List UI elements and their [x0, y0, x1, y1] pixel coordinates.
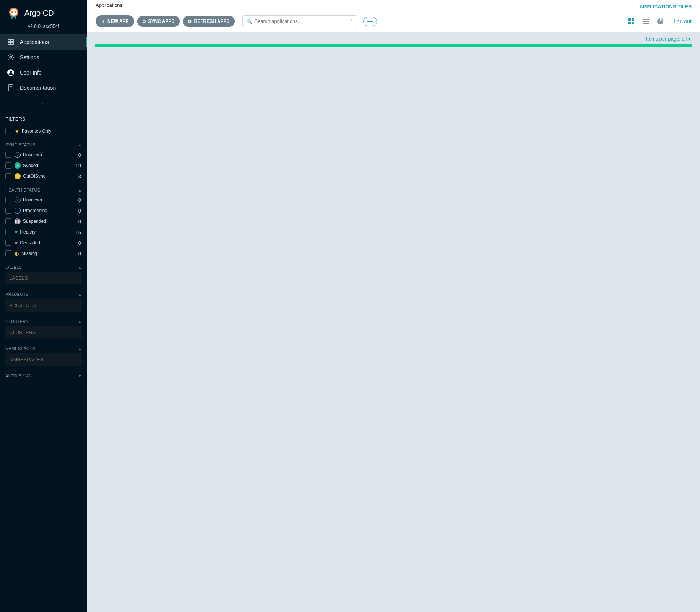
- checkbox[interactable]: [5, 152, 11, 158]
- plus-icon: ＋: [101, 18, 106, 24]
- filter-healthy[interactable]: ♥Healthy 16: [5, 227, 82, 237]
- tiles-view-icon[interactable]: [626, 16, 636, 26]
- filter-synced[interactable]: ✓Synced 13: [5, 160, 82, 171]
- breadcrumb: Applications: [96, 2, 122, 11]
- list-view-icon[interactable]: [641, 16, 651, 26]
- filter-count: 0: [78, 251, 82, 256]
- main-content: Applications APPLICATIONS TILES ＋NEW APP…: [87, 0, 700, 612]
- clusters-input[interactable]: [5, 326, 82, 339]
- nav-item-user-info[interactable]: User Info: [0, 65, 87, 80]
- filter-count: 0: [78, 152, 82, 158]
- version-text: v2.6.0+acc554f: [0, 22, 87, 34]
- svg-rect-23: [643, 23, 649, 24]
- svg-rect-20: [632, 22, 634, 24]
- topbar: Applications APPLICATIONS TILES: [87, 0, 700, 11]
- svg-rect-7: [11, 39, 13, 42]
- labels-input[interactable]: [5, 272, 82, 284]
- search-icon: 🔍: [246, 18, 252, 24]
- filter-unknown[interactable]: ?Unknown 0: [5, 149, 82, 160]
- nav-item-applications[interactable]: Applications: [0, 34, 87, 50]
- svg-rect-21: [643, 19, 649, 20]
- gear-icon: [7, 54, 15, 61]
- refresh-icon: ⟳: [188, 19, 192, 24]
- checkbox[interactable]: [5, 208, 11, 214]
- svg-rect-19: [628, 22, 631, 24]
- projects-input[interactable]: [5, 299, 82, 312]
- checkbox[interactable]: [5, 250, 11, 256]
- logout-link[interactable]: Log out: [674, 18, 692, 24]
- caret-icon[interactable]: ▲: [78, 320, 82, 324]
- star-icon: ★: [15, 128, 19, 134]
- filter-outofsync[interactable]: ↑OutOfSync 3: [5, 171, 82, 182]
- svg-point-10: [10, 56, 12, 58]
- filter-count: 0: [78, 197, 82, 203]
- filter-suspended[interactable]: ❚❚Suspended 0: [5, 216, 82, 227]
- apps-icon: [7, 38, 15, 46]
- filter-degraded[interactable]: ♥Degraded 0: [5, 237, 82, 248]
- autosync-header: AUTO SYNC: [5, 373, 31, 378]
- favorites-checkbox[interactable]: [5, 128, 11, 134]
- filter-toggle[interactable]: [363, 17, 377, 26]
- filters-header: FILTERS: [5, 116, 82, 122]
- pie-view-icon[interactable]: [655, 16, 665, 26]
- filter-count: 16: [76, 229, 82, 235]
- applications-tiles-link[interactable]: APPLICATIONS TILES: [640, 4, 692, 10]
- checkbox[interactable]: [5, 162, 11, 169]
- filter-count: 0: [78, 219, 82, 224]
- filter-count: 3: [78, 174, 82, 179]
- logo-text: Argo CD: [24, 9, 54, 18]
- filter-count: 13: [76, 163, 82, 169]
- sidebar: Argo CD v2.6.0+acc554f ApplicationsSetti…: [0, 0, 87, 612]
- svg-point-3: [15, 11, 16, 13]
- svg-rect-6: [8, 39, 10, 42]
- nav-item-settings[interactable]: Settings: [0, 50, 87, 65]
- svg-rect-22: [643, 21, 649, 22]
- toolbar: ＋NEW APP ⟳SYNC APPS ⟳REFRESH APPS 🔍 / Lo…: [87, 11, 700, 33]
- progress-bar: [95, 44, 692, 47]
- svg-rect-5: [15, 16, 16, 19]
- svg-rect-8: [8, 42, 10, 45]
- namespaces-header: NAMESPACES: [5, 346, 36, 351]
- sync-status-header: SYNC STATUS: [5, 143, 36, 147]
- namespaces-input[interactable]: [5, 353, 82, 366]
- favorites-only-filter[interactable]: ★Favorites Only: [5, 126, 82, 136]
- clusters-header: CLUSTERS: [5, 319, 29, 324]
- labels-header: LABELS: [5, 265, 22, 269]
- checkbox[interactable]: [5, 240, 11, 246]
- filter-missing[interactable]: ◐Missing 0: [5, 248, 82, 259]
- checkbox[interactable]: [5, 218, 11, 224]
- main-nav: ApplicationsSettingsUser InfoDocumentati…: [0, 34, 87, 96]
- svg-rect-17: [628, 18, 631, 21]
- nav-item-documentation[interactable]: Documentation: [0, 80, 87, 96]
- refresh-apps-button[interactable]: ⟳REFRESH APPS: [183, 16, 235, 27]
- health-status-header: HEALTH STATUS: [5, 188, 40, 192]
- collapse-sidebar-button[interactable]: ←: [0, 96, 87, 112]
- checkbox[interactable]: [5, 197, 11, 203]
- caret-icon[interactable]: ▲: [78, 143, 82, 147]
- sync-icon: ⟳: [143, 19, 146, 24]
- svg-point-2: [11, 11, 13, 13]
- items-per-page[interactable]: Items per page: all ▾: [646, 36, 691, 42]
- sync-apps-button[interactable]: ⟳SYNC APPS: [137, 16, 180, 27]
- svg-rect-4: [11, 16, 13, 19]
- checkbox[interactable]: [5, 229, 11, 235]
- svg-point-12: [10, 71, 12, 73]
- filter-unknown[interactable]: ?Unknown 0: [5, 195, 82, 205]
- search-kbd-hint: /: [349, 18, 354, 23]
- search-input[interactable]: [242, 15, 357, 27]
- applications-grid: [87, 51, 700, 62]
- caret-icon[interactable]: ▲: [78, 347, 82, 351]
- checkbox[interactable]: [5, 173, 11, 179]
- doc-icon: [7, 84, 15, 92]
- filter-count: 0: [78, 240, 82, 246]
- svg-point-1: [10, 9, 17, 16]
- argo-logo-icon: [7, 6, 21, 20]
- caret-icon[interactable]: ▲: [78, 292, 82, 297]
- caret-icon[interactable]: ▼: [78, 374, 82, 378]
- filter-progressing[interactable]: Progressing 0: [5, 205, 82, 216]
- caret-icon[interactable]: ▲: [78, 265, 82, 269]
- svg-rect-9: [11, 42, 13, 45]
- logo: Argo CD: [0, 0, 87, 22]
- new-app-button[interactable]: ＋NEW APP: [96, 15, 134, 27]
- caret-icon[interactable]: ▲: [78, 188, 82, 192]
